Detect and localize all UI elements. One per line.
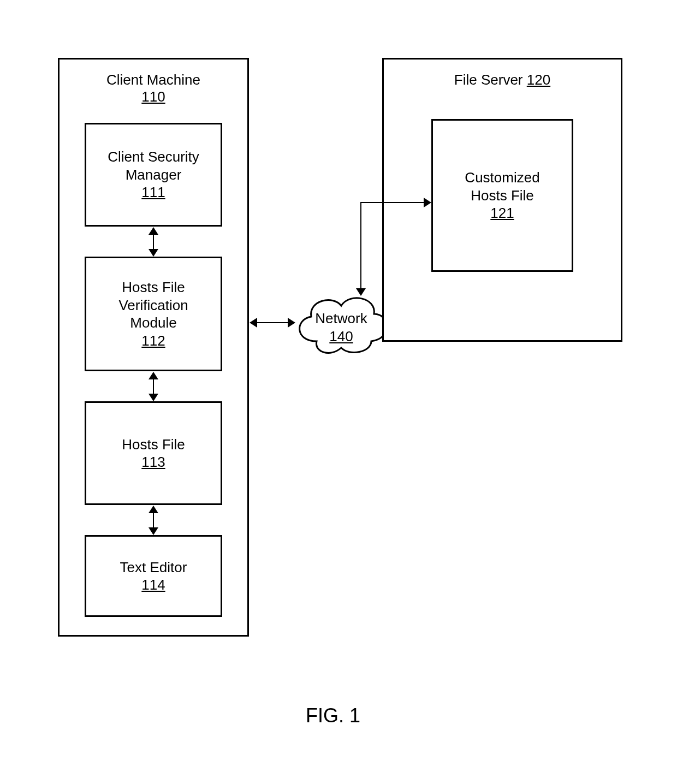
arrow-client-network xyxy=(257,322,288,323)
arrow-net-chf-vert xyxy=(360,203,361,289)
hosts-file-verification-label: Hosts File Verification Module 112 xyxy=(118,278,188,349)
client-machine-label: Client Machine 110 xyxy=(60,72,247,105)
hosts-file-ref: 113 xyxy=(141,454,165,470)
hosts-file-label: Hosts File 113 xyxy=(122,436,185,471)
hfv-line3: Module xyxy=(130,314,176,331)
text-editor-title: Text Editor xyxy=(120,559,187,575)
arrow-hfv-hf-head-up xyxy=(149,372,158,379)
customized-hosts-file-ref: 121 xyxy=(490,205,514,221)
customized-hosts-file-label: Customized Hosts File 121 xyxy=(465,169,539,222)
customized-hosts-file-box: Customized Hosts File 121 xyxy=(431,119,573,272)
figure-label: FIG. 1 xyxy=(306,704,360,727)
arrow-csm-hfv xyxy=(153,233,154,251)
arrow-client-network-left xyxy=(250,318,257,328)
arrow-hf-te-head-up xyxy=(149,506,158,513)
client-security-manager-ref: 111 xyxy=(141,184,165,200)
hfv-line1: Hosts File xyxy=(122,279,185,295)
arrow-csm-hfv-head-up xyxy=(149,227,158,235)
hosts-file-verification-ref: 112 xyxy=(141,332,165,349)
network-ref: 140 xyxy=(329,328,353,345)
hosts-file-verification-box: Hosts File Verification Module 112 xyxy=(85,257,222,371)
hfv-line2: Verification xyxy=(118,297,188,313)
text-editor-box: Text Editor 114 xyxy=(85,535,222,617)
arrow-net-chf-right xyxy=(424,198,431,207)
network-cloud: Network 140 xyxy=(289,287,393,360)
arrow-csm-hfv-head-down xyxy=(149,249,158,257)
text-editor-label: Text Editor 114 xyxy=(120,559,187,594)
client-security-manager-box: Client Security Manager 111 xyxy=(85,123,222,227)
file-server-label: File Server 120 xyxy=(384,72,621,88)
csm-line2: Manager xyxy=(126,167,182,183)
network-title: Network xyxy=(315,310,367,326)
csm-line1: Client Security xyxy=(108,149,199,165)
client-security-manager-label: Client Security Manager 111 xyxy=(108,148,199,201)
chf-line2: Hosts File xyxy=(471,187,534,204)
arrow-client-network-right xyxy=(288,318,295,328)
hosts-file-title: Hosts File xyxy=(122,436,185,453)
arrow-net-chf-horz xyxy=(360,202,425,203)
arrow-hf-te-head-down xyxy=(149,527,158,535)
file-server-ref: 120 xyxy=(527,72,550,88)
arrow-hfv-hf xyxy=(153,377,154,395)
network-label: Network 140 xyxy=(289,310,393,345)
client-machine-ref: 110 xyxy=(141,88,165,105)
arrow-hf-te xyxy=(153,511,154,529)
client-machine-title: Client Machine xyxy=(106,72,200,88)
diagram-canvas: Client Machine 110 Client Security Manag… xyxy=(0,0,677,784)
arrow-hfv-hf-head-down xyxy=(149,394,158,401)
file-server-title: File Server xyxy=(454,72,523,88)
chf-line1: Customized xyxy=(465,169,539,186)
hosts-file-box: Hosts File 113 xyxy=(85,401,222,505)
arrow-net-chf-down xyxy=(356,288,366,296)
text-editor-ref: 114 xyxy=(141,577,165,593)
